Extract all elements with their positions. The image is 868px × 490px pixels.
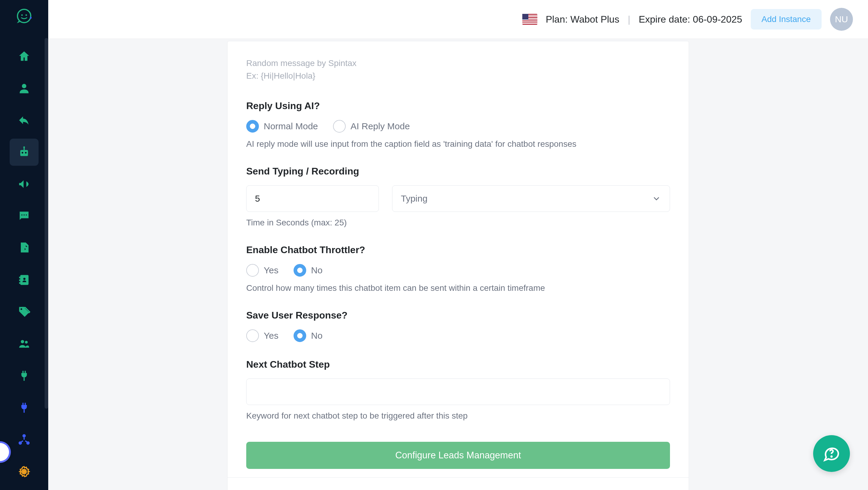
radio-save-yes[interactable]: Yes <box>246 329 278 342</box>
sidebar-item-integrations[interactable] <box>10 362 38 389</box>
svg-point-7 <box>25 152 27 154</box>
throttler-radio-group: Yes No <box>246 264 670 277</box>
sidebar-item-team[interactable] <box>10 330 38 358</box>
home-icon <box>18 50 31 63</box>
spintax-hint-line2: Ex: {Hi|Hello|Hola} <box>246 70 670 82</box>
radio-label: Yes <box>264 331 278 341</box>
sidebar-item-settings[interactable] <box>10 458 38 485</box>
radio-dot-selected-icon <box>293 264 306 277</box>
main-content: Random message by Spintax Ex: {Hi|Hello|… <box>48 0 868 490</box>
svg-point-6 <box>22 152 24 154</box>
sidebar-item-chatbot[interactable] <box>10 139 38 166</box>
svg-rect-15 <box>19 279 21 281</box>
spintax-hint: Random message by Spintax Ex: {Hi|Hello|… <box>246 57 670 82</box>
svg-point-26 <box>23 470 26 473</box>
flag-us-icon[interactable] <box>522 14 537 25</box>
sidebar-item-reply[interactable] <box>10 107 38 134</box>
svg-point-18 <box>21 308 22 310</box>
radio-dot-icon <box>333 120 346 132</box>
typing-type-select[interactable]: Typing <box>392 185 670 212</box>
help-chat-fab[interactable] <box>813 435 850 472</box>
chevron-down-icon <box>652 194 661 204</box>
svg-point-9 <box>23 147 25 148</box>
radio-normal-mode[interactable]: Normal Mode <box>246 120 318 132</box>
radio-label: Normal Mode <box>264 121 318 131</box>
reply-ai-title: Reply Using AI? <box>246 100 670 112</box>
user-avatar[interactable]: NU <box>830 8 853 31</box>
sidebar <box>0 0 48 490</box>
spintax-hint-line1: Random message by Spintax <box>246 57 670 70</box>
sidebar-item-webhook[interactable] <box>10 394 38 421</box>
next-step-input[interactable] <box>246 378 670 405</box>
sidebar-item-flow[interactable] <box>10 426 38 453</box>
radio-label: Yes <box>264 265 278 275</box>
sidebar-scrollbar[interactable] <box>44 38 48 409</box>
save-response-title: Save User Response? <box>246 310 670 321</box>
sidebar-item-user[interactable] <box>10 75 38 102</box>
form-footer: Back Submit <box>227 477 689 490</box>
app-logo <box>12 7 36 25</box>
radio-dot-selected-icon <box>246 120 259 132</box>
users-icon <box>18 337 31 350</box>
radio-ai-mode[interactable]: AI Reply Mode <box>333 120 410 132</box>
svg-point-10 <box>22 215 23 216</box>
plug-blue-icon <box>18 401 31 415</box>
chatbot-form-card: Random message by Spintax Ex: {Hi|Hello|… <box>227 41 689 490</box>
svg-point-17 <box>23 278 25 280</box>
svg-point-11 <box>24 215 25 216</box>
user-icon <box>18 82 31 95</box>
sidebar-item-campaign[interactable] <box>10 171 38 198</box>
typing-help: Time in Seconds (max: 25) <box>246 218 670 227</box>
header-divider: | <box>628 14 630 25</box>
svg-point-20 <box>25 341 28 343</box>
save-response-radio-group: Yes No <box>246 329 670 342</box>
svg-point-2 <box>26 14 27 16</box>
plan-label: Plan: Wabot Plus <box>546 14 619 25</box>
select-value: Typing <box>401 193 427 204</box>
header: Plan: Wabot Plus | Expire date: 06-09-20… <box>48 0 868 38</box>
radio-throttler-yes[interactable]: Yes <box>246 264 278 277</box>
throttler-title: Enable Chatbot Throttler? <box>246 244 670 255</box>
svg-rect-16 <box>19 282 21 284</box>
svg-point-0 <box>18 9 31 23</box>
sidebar-nav <box>0 43 48 490</box>
sidebar-item-tags[interactable] <box>10 298 38 326</box>
plug-icon <box>18 369 31 382</box>
throttler-help: Control how many times this chatbot item… <box>246 283 670 293</box>
sidebar-item-contacts[interactable] <box>10 266 38 294</box>
svg-rect-14 <box>19 277 21 278</box>
sidebar-item-export[interactable] <box>10 235 38 262</box>
add-instance-button[interactable]: Add Instance <box>751 9 822 30</box>
radio-save-no[interactable]: No <box>293 329 322 342</box>
next-step-title: Next Chatbot Step <box>246 359 670 370</box>
radio-throttler-no[interactable]: No <box>293 264 322 277</box>
nodes-icon <box>18 433 31 446</box>
svg-point-27 <box>831 456 832 457</box>
sidebar-item-chat[interactable] <box>10 203 38 229</box>
svg-point-19 <box>21 340 24 343</box>
configure-leads-button[interactable]: Configure Leads Management <box>246 442 670 469</box>
svg-point-3 <box>30 17 32 19</box>
typing-row: Typing <box>246 185 670 212</box>
svg-rect-21 <box>24 377 25 381</box>
svg-point-4 <box>22 84 27 88</box>
radio-label: No <box>311 331 322 341</box>
typing-seconds-input[interactable] <box>246 185 379 212</box>
svg-rect-5 <box>20 150 28 156</box>
radio-dot-selected-icon <box>293 329 306 342</box>
radio-dot-icon <box>246 329 259 342</box>
svg-point-23 <box>23 434 26 437</box>
reply-ai-radio-group: Normal Mode AI Reply Mode <box>246 120 670 132</box>
typing-title: Send Typing / Recording <box>246 166 670 177</box>
svg-point-12 <box>26 215 27 216</box>
reply-icon <box>18 114 31 127</box>
megaphone-icon <box>18 178 31 191</box>
expire-label: Expire date: 06-09-2025 <box>639 14 742 25</box>
reply-ai-help: AI reply mode will use input from the ca… <box>246 139 670 149</box>
svg-point-1 <box>22 14 23 16</box>
help-chat-icon <box>823 445 841 463</box>
sidebar-item-home[interactable] <box>10 43 38 70</box>
radio-label: No <box>311 265 322 275</box>
robot-icon <box>18 146 31 159</box>
address-book-icon <box>18 273 31 286</box>
